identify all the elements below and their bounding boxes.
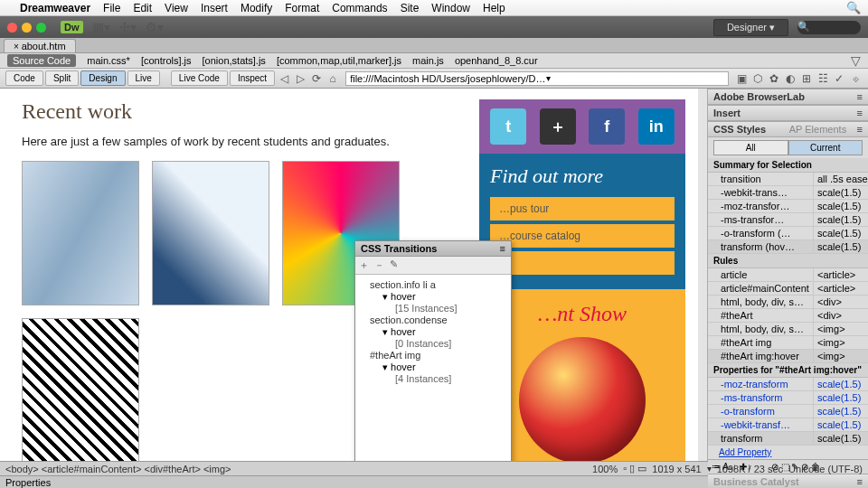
split-view[interactable]: Split: [45, 70, 79, 86]
panel-business[interactable]: Business Catalyst≡: [708, 474, 868, 488]
css-all[interactable]: All: [713, 140, 788, 155]
rules-head: Rules: [708, 254, 868, 268]
related-file[interactable]: [controls].js: [141, 55, 192, 66]
live-code[interactable]: Live Code: [171, 70, 228, 86]
workspace-switcher[interactable]: Designer ▾: [713, 19, 788, 36]
tree-count: [15 Instances]: [357, 303, 509, 314]
find-btn-2[interactable]: …course catalog: [490, 224, 675, 248]
source-code-btn[interactable]: Source Code: [7, 54, 76, 67]
panel-browserlab[interactable]: Adobe BrowserLab≡: [708, 89, 868, 105]
menu-help[interactable]: Help: [483, 2, 505, 14]
spotlight-icon[interactable]: 🔍: [846, 1, 861, 14]
encoding[interactable]: Unicode (UTF-8): [788, 464, 863, 474]
canvas-dims[interactable]: 1019 x 541: [652, 464, 701, 474]
thumb-1[interactable]: [22, 161, 139, 305]
site-icon[interactable]: ⚙▾: [146, 20, 164, 34]
related-file[interactable]: openhand_8_8.cur: [455, 55, 538, 66]
live-view[interactable]: Live: [127, 70, 160, 86]
close-window[interactable]: [7, 23, 17, 33]
home-icon[interactable]: ⌂: [326, 71, 340, 86]
add-transition-icon[interactable]: ＋: [359, 258, 369, 272]
thumb-4[interactable]: [22, 318, 139, 461]
menu-modify[interactable]: Modify: [241, 2, 272, 14]
edit-transition-icon[interactable]: ✎: [390, 258, 398, 272]
related-file[interactable]: main.css*: [87, 55, 130, 66]
menu-site[interactable]: Site: [401, 2, 420, 14]
filter-icon[interactable]: ▽: [851, 53, 861, 68]
rules-list[interactable]: article<article> article#mainContent<art…: [708, 268, 868, 363]
screen-icons[interactable]: ▫ ▯ ▭: [623, 463, 646, 474]
tree-state[interactable]: ▾ hover: [357, 291, 509, 303]
find-btn-1[interactable]: …pus tour: [490, 197, 675, 221]
window-controls: [7, 23, 46, 33]
zoom[interactable]: 100%: [592, 464, 618, 474]
page-intro: Here are just a few samples of work by r…: [22, 135, 463, 148]
minimize-window[interactable]: [22, 23, 32, 33]
tree-node[interactable]: #theArt img: [357, 349, 509, 361]
canvas-scrollbar[interactable]: [698, 89, 707, 461]
css-transitions-panel[interactable]: CSS Transitions≡ ＋ － ✎ section.info li a…: [354, 240, 512, 461]
linkedin-icon[interactable]: in: [638, 108, 675, 145]
find-title: Find out more: [490, 164, 675, 188]
fwd-icon[interactable]: ▷: [293, 71, 307, 86]
menu-edit[interactable]: Edit: [133, 2, 152, 14]
back-icon[interactable]: ◁: [277, 71, 291, 86]
panel-css-styles[interactable]: CSS Styles AP Elements≡: [708, 121, 868, 137]
find-btn-3[interactable]: [490, 251, 675, 275]
menu-file[interactable]: File: [103, 2, 120, 14]
inspect[interactable]: Inspect: [230, 70, 275, 86]
props-list[interactable]: -moz-transformscale(1.5) -ms-transformsc…: [708, 378, 868, 446]
summary-list[interactable]: transitionall .5s ease -webkit-trans…sca…: [708, 173, 868, 254]
facebook-icon[interactable]: f: [589, 108, 625, 145]
design-canvas[interactable]: Recent work Here are just a few samples …: [0, 89, 707, 461]
extend-icon[interactable]: ✢▾: [119, 20, 137, 34]
tree-count: [0 Instances]: [357, 338, 509, 349]
i8[interactable]: ⟐: [848, 71, 863, 86]
summary-head: Summary for Selection: [708, 158, 868, 173]
i1[interactable]: ▣: [734, 71, 749, 86]
menu-commands[interactable]: Commands: [332, 2, 387, 14]
search-input[interactable]: 🔍: [797, 21, 861, 34]
tab-about[interactable]: × about.htm: [4, 39, 76, 52]
tree-state[interactable]: ▾ hover: [357, 361, 509, 373]
props-head: Properties for "#theArt img:hover": [708, 363, 868, 378]
layout-icon[interactable]: ▦▾: [92, 20, 110, 34]
tree-state[interactable]: ▾ hover: [357, 326, 509, 338]
tree-node[interactable]: section.condense: [357, 314, 509, 326]
macos-menubar: Dreamweaver File Edit View Insert Modify…: [0, 0, 868, 16]
design-view[interactable]: Design: [80, 70, 125, 86]
app-name[interactable]: Dreamweaver: [20, 2, 90, 14]
zoom-window[interactable]: [36, 23, 46, 33]
i6[interactable]: ☷: [816, 71, 830, 86]
page-size: 1098K / 23 sec: [717, 464, 783, 474]
css-current[interactable]: Current: [788, 140, 863, 155]
twitter-icon[interactable]: t: [490, 108, 526, 145]
tag-selector[interactable]: <body> <article#mainContent> <div#theArt…: [0, 461, 868, 475]
menu-format[interactable]: Format: [285, 2, 319, 14]
address-bar[interactable]: file:///Macintosh HD/Users/josephlowery/…: [345, 71, 729, 86]
code-view[interactable]: Code: [5, 70, 43, 86]
social-bar: t ＋ f in: [479, 99, 685, 154]
i2[interactable]: ⬡: [750, 71, 765, 86]
i7[interactable]: ✓: [832, 71, 846, 86]
panel-menu-icon[interactable]: ≡: [500, 243, 505, 254]
tree-node[interactable]: section.info li a: [357, 278, 509, 291]
i5[interactable]: ⊞: [799, 71, 814, 86]
related-file[interactable]: [onion,stats].js: [203, 55, 266, 66]
menu-window[interactable]: Window: [431, 2, 470, 14]
related-file[interactable]: [common,map,util,marker].js: [277, 55, 401, 66]
add-property-link[interactable]: Add Property: [708, 446, 868, 459]
remove-transition-icon[interactable]: －: [374, 258, 384, 272]
plus-icon[interactable]: ＋: [540, 108, 576, 145]
i3[interactable]: ✿: [767, 71, 781, 86]
i4[interactable]: ◐: [783, 71, 797, 86]
menu-insert[interactable]: Insert: [201, 2, 228, 14]
related-file[interactable]: main.js: [412, 55, 444, 66]
transitions-tree[interactable]: section.info li a ▾ hover [15 Instances]…: [355, 275, 511, 461]
related-files: Source Code main.css* [controls].js [oni…: [0, 53, 868, 69]
refresh-icon[interactable]: ⟳: [309, 71, 324, 86]
thumb-2[interactable]: [152, 161, 269, 305]
panel-insert[interactable]: Insert≡: [708, 105, 868, 121]
menu-view[interactable]: View: [165, 2, 188, 14]
show-title: …nt Show: [492, 302, 673, 326]
